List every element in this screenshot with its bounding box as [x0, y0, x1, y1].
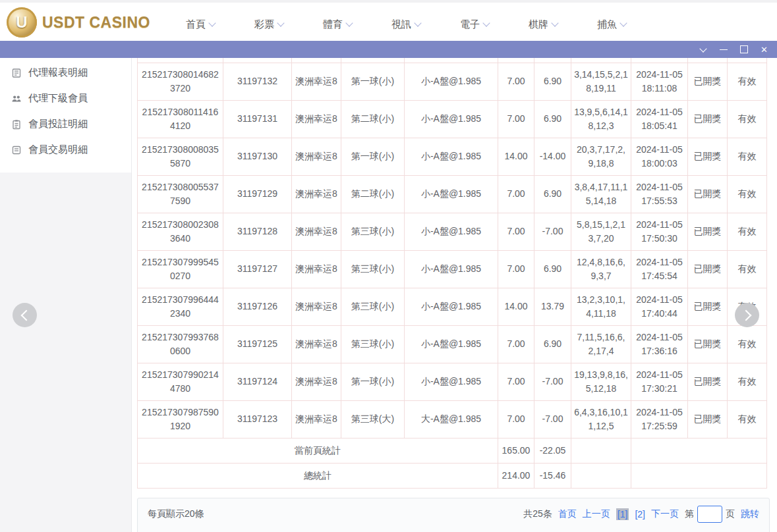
nav-label: 捕魚	[597, 18, 617, 31]
cell-order-id: 2152173080114164120	[138, 100, 223, 138]
sidebar-item-label: 代理報表明細	[28, 66, 88, 79]
cell-period: 31197126	[223, 288, 292, 325]
cell-play-type: 第一球(小)	[341, 138, 405, 175]
nav-item-home[interactable]: 首頁	[166, 18, 235, 31]
summary-empty-cell	[631, 438, 767, 463]
cell-play-type: 第三球(小)	[341, 325, 405, 363]
collapse-chevron-icon[interactable]	[693, 41, 713, 58]
cell-draw-result: 6,4,3,16,10,11,12,5	[571, 400, 631, 438]
cell-time: 2024-11-05 17:30:21	[631, 363, 688, 400]
table-row: 2152173079937680600 31197125 澳洲幸运8 第三球(小…	[138, 325, 767, 363]
cell-amount: 7.00	[498, 325, 534, 363]
nav-label: 彩票	[254, 18, 274, 31]
nav-item-cards[interactable]: 棋牌	[509, 18, 577, 31]
summary-label: 總統計	[138, 463, 498, 488]
transaction-icon	[11, 145, 22, 155]
sidebar-item-agent-members[interactable]: 代理下級會員	[0, 86, 131, 111]
scroll-right-button[interactable]	[735, 303, 759, 327]
sidebar-item-label: 會員交易明細	[28, 144, 88, 156]
sidebar-item-member-transactions[interactable]: 會員交易明細	[0, 137, 131, 163]
cell-win-loss: -7.00	[534, 213, 571, 250]
jump-button[interactable]: 跳转	[741, 508, 759, 520]
bet-detail-icon	[11, 119, 22, 130]
cell-bet-content: 小-A盤@1.985	[405, 138, 498, 175]
cell-amount: 14.00	[498, 138, 534, 175]
page-size-text: 每頁顯示20條	[148, 508, 204, 520]
app-header: U USDT CASINO 首頁 彩票 體育 視訊 電子 棋牌 捕魚	[0, 3, 777, 41]
cell-game: 澳洲幸运8	[292, 363, 341, 400]
cell-period: 31197129	[223, 175, 292, 213]
cell-bet-content: 小-A盤@1.985	[405, 175, 498, 213]
cell-status: 已開獎	[688, 400, 728, 438]
cell-game: 澳洲幸运8	[292, 325, 341, 363]
cell-amount: 7.00	[498, 175, 534, 213]
cell-status: 已開獎	[688, 100, 728, 138]
summary-label: 當前頁統計	[138, 438, 498, 463]
scroll-left-button[interactable]	[13, 303, 37, 327]
total-summary-row: 總統計 214.00 -15.46	[138, 463, 767, 488]
nav-item-live[interactable]: 視訊	[372, 18, 440, 31]
chevron-right-icon	[740, 309, 751, 321]
cell-draw-result: 7,11,5,16,6,2,17,4	[571, 325, 631, 363]
cell-time: 2024-11-05 17:45:54	[631, 250, 688, 288]
chevron-down-icon	[345, 19, 353, 26]
cell-amount: 7.00	[498, 213, 534, 250]
cell-amount: 7.00	[498, 250, 534, 288]
cell-game: 澳洲幸运8	[292, 138, 341, 175]
sidebar-item-member-bets[interactable]: 會員投註明細	[0, 111, 131, 137]
report-icon	[11, 68, 22, 78]
main-nav: 首頁 彩票 體育 視訊 電子 棋牌 捕魚	[166, 5, 646, 43]
nav-item-slots[interactable]: 電子	[440, 18, 509, 31]
sidebar-item-agent-report[interactable]: 代理報表明細	[0, 60, 131, 86]
minimize-icon[interactable]	[713, 41, 734, 58]
cell-order-id: 2152173080023083640	[138, 213, 223, 250]
pager: 共25条 首页 上一页 [1] [2] 下一页 第 页 跳转	[523, 506, 759, 523]
cell-draw-result: 13,2,3,10,1,4,11,18	[571, 288, 631, 325]
cell-period: 31197132	[223, 63, 292, 100]
cell-order-id: 2152173080055377590	[138, 175, 223, 213]
cell-amount: 7.00	[498, 63, 534, 100]
page-number-1[interactable]: [1]	[616, 508, 629, 520]
cell-play-type: 第三球(小)	[341, 213, 405, 250]
cell-time: 2024-11-05 17:50:30	[631, 213, 688, 250]
cell-game: 澳洲幸运8	[292, 213, 341, 250]
chevron-down-icon	[619, 19, 627, 26]
cell-time: 2024-11-05 18:00:03	[631, 138, 688, 175]
nav-item-sports[interactable]: 體育	[303, 18, 372, 31]
first-page-link[interactable]: 首页	[558, 508, 577, 520]
cell-game: 澳洲幸运8	[292, 400, 341, 438]
cell-time: 2024-11-05 17:40:44	[631, 288, 688, 325]
cell-validity: 有效	[728, 400, 767, 438]
cell-validity: 有效	[728, 325, 767, 363]
cell-bet-content: 小-A盤@1.985	[405, 250, 498, 288]
maximize-icon[interactable]	[734, 41, 754, 58]
cell-play-type: 第三球(小)	[341, 250, 405, 288]
jump-group: 第 页	[685, 506, 735, 523]
cell-win-loss: -7.00	[534, 363, 571, 400]
page-number-2[interactable]: [2]	[635, 509, 645, 519]
cell-time: 2024-11-05 18:05:41	[631, 100, 688, 138]
nav-label: 視訊	[391, 18, 411, 31]
cell-order-id: 2152173079964442340	[138, 288, 223, 325]
cell-amount: 7.00	[498, 400, 534, 438]
close-icon[interactable]: ✕	[754, 41, 774, 58]
logo-letter: U	[16, 13, 27, 32]
cell-game: 澳洲幸运8	[292, 250, 341, 288]
cell-time: 2024-11-05 17:55:53	[631, 175, 688, 213]
cell-win-loss: 6.90	[534, 325, 571, 363]
nav-item-lottery[interactable]: 彩票	[235, 18, 303, 31]
cell-play-type: 第三球(小)	[341, 288, 405, 325]
nav-item-fishing[interactable]: 捕魚	[577, 18, 646, 31]
cell-game: 澳洲幸运8	[292, 288, 341, 325]
cell-status: 已開獎	[688, 288, 728, 325]
cell-amount: 7.00	[498, 100, 534, 138]
cell-order-id: 2152173079875901920	[138, 400, 223, 438]
cell-win-loss: 6.90	[534, 63, 571, 100]
next-page-link[interactable]: 下一页	[651, 508, 679, 520]
page-jump-input[interactable]	[697, 506, 722, 523]
cell-bet-content: 小-A盤@1.985	[405, 363, 498, 400]
chevron-left-icon	[20, 309, 32, 321]
prev-page-link[interactable]: 上一页	[583, 508, 610, 520]
cell-validity: 有效	[728, 363, 767, 400]
cell-order-id: 2152173079995450270	[138, 250, 223, 288]
